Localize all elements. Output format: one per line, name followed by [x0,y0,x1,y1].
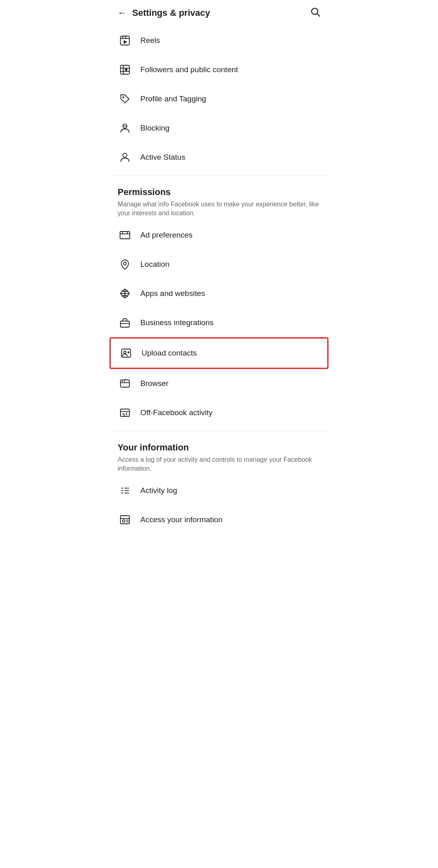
ad-preferences-icon [118,228,132,242]
svg-point-20 [124,262,127,265]
off-facebook-label: Off-Facebook activity [140,408,213,417]
menu-item-access-info[interactable]: Access your information [110,505,328,534]
blocking-icon [118,121,132,135]
activity-log-icon [118,483,132,498]
header: ← Settings & privacy [110,0,328,26]
blocking-label: Blocking [140,124,170,133]
ad-preferences-label: Ad preferences [140,231,193,240]
permissions-section-header: Permissions Manage what info Facebook us… [110,179,328,221]
reels-label: Reels [140,36,160,45]
access-info-label: Access your information [140,515,223,524]
svg-point-15 [123,153,127,157]
menu-item-location[interactable]: Location [110,250,328,279]
search-button[interactable] [310,6,320,19]
divider-1 [110,175,328,176]
header-left: ← Settings & privacy [118,8,210,18]
menu-item-reels[interactable]: Reels [110,26,328,55]
back-button[interactable]: ← [118,8,127,18]
svg-marker-6 [124,40,127,44]
svg-point-12 [122,96,124,98]
page-title: Settings & privacy [132,8,210,18]
menu-item-business-integrations[interactable]: Business integrations [110,308,328,337]
location-icon [118,257,132,272]
menu-item-followers[interactable]: Followers and public content [110,55,328,84]
reels-icon [118,33,132,48]
activity-log-label: Activity log [140,486,177,495]
profile-tag-icon [118,92,132,106]
svg-point-30 [124,381,125,382]
svg-point-11 [125,69,127,71]
svg-line-1 [317,14,320,16]
upload-contacts-label: Upload contacts [142,349,197,358]
menu-item-off-facebook[interactable]: Off-Facebook activity [110,398,328,427]
business-integrations-icon [118,315,132,330]
your-information-section-header: Your information Access a log of your ac… [110,434,328,476]
permissions-title: Permissions [118,187,320,197]
followers-label: Followers and public content [140,65,238,74]
permissions-desc: Manage what info Facebook uses to make y… [118,200,320,218]
active-status-icon [118,150,132,165]
svg-rect-39 [120,516,129,524]
menu-item-upload-contacts[interactable]: Upload contacts [110,337,328,369]
active-status-label: Active Status [140,153,185,162]
browser-label: Browser [140,379,169,388]
location-label: Location [140,260,170,269]
apps-websites-label: Apps and websites [140,289,205,298]
business-integrations-label: Business integrations [140,318,214,327]
svg-point-24 [124,351,126,354]
followers-icon [118,62,132,77]
menu-item-apps-websites[interactable]: Apps and websites [110,279,328,308]
your-information-title: Your information [118,442,320,453]
svg-rect-2 [120,36,129,45]
svg-rect-16 [120,231,130,239]
divider-2 [110,431,328,431]
menu-item-profile-tagging[interactable]: Profile and Tagging [110,84,328,114]
menu-item-active-status[interactable]: Active Status [110,143,328,172]
svg-rect-31 [120,409,129,416]
off-facebook-icon [118,405,132,420]
svg-point-41 [122,520,125,522]
browser-icon [118,376,132,391]
your-information-desc: Access a log of your activity and contro… [118,455,320,474]
access-info-icon [118,512,132,527]
upload-contacts-icon [119,346,133,360]
apps-websites-icon [118,286,132,301]
svg-point-29 [122,381,123,382]
profile-tagging-label: Profile and Tagging [140,94,206,103]
menu-item-blocking[interactable]: Blocking [110,114,328,143]
menu-item-browser[interactable]: Browser [110,369,328,398]
menu-item-ad-preferences[interactable]: Ad preferences [110,221,328,250]
svg-rect-21 [120,321,129,327]
menu-item-activity-log[interactable]: Activity log [110,476,328,505]
